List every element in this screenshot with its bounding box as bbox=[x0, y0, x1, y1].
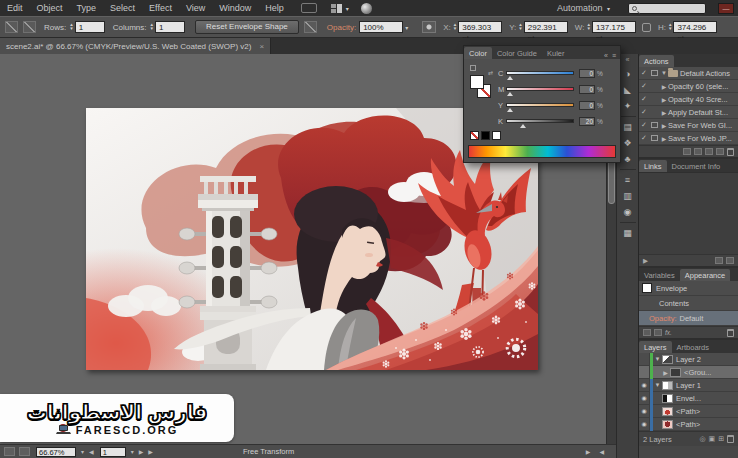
black-swatch[interactable] bbox=[481, 131, 490, 140]
reset-envelope-shape-button[interactable]: Reset Envelope Shape bbox=[195, 20, 299, 34]
gradient-icon[interactable]: ▥ bbox=[620, 189, 636, 203]
last-artboard-icon[interactable]: ▶ bbox=[148, 448, 153, 455]
symbols-icon[interactable]: ✦ bbox=[620, 99, 636, 113]
chevron-right-icon[interactable]: ▶ bbox=[660, 109, 668, 116]
layer-label[interactable]: Layer 1 bbox=[676, 381, 701, 390]
none-swatch[interactable] bbox=[470, 131, 479, 140]
tab-document-info[interactable]: Document Info bbox=[667, 160, 726, 172]
record-icon[interactable] bbox=[694, 148, 702, 155]
visibility-toggle[interactable] bbox=[639, 353, 650, 366]
swatches-icon[interactable]: ▤ bbox=[620, 120, 636, 134]
chevron-right-icon[interactable]: ▶ bbox=[661, 369, 670, 376]
color-spectrum-bar[interactable] bbox=[468, 145, 616, 158]
slider-handle[interactable] bbox=[520, 124, 526, 128]
action-row[interactable]: ✓ ▶ Opacity 60 (sele... bbox=[639, 80, 738, 93]
black-slider[interactable] bbox=[506, 119, 574, 123]
tab-color-guide[interactable]: Color Guide bbox=[492, 47, 542, 59]
chevron-down-icon[interactable]: ▼ bbox=[660, 70, 668, 76]
envelope-warp-icon[interactable] bbox=[5, 21, 18, 33]
collapse-panel-icon[interactable]: « bbox=[604, 52, 608, 59]
action-set-row[interactable]: ✓ ▼ Default Actions bbox=[639, 67, 738, 80]
menu-select[interactable]: Select bbox=[103, 3, 142, 13]
rows-stepper[interactable]: ▲ ▼ bbox=[69, 23, 73, 31]
slider-handle[interactable] bbox=[507, 108, 513, 112]
cyan-slider[interactable] bbox=[506, 71, 574, 75]
tab-links[interactable]: Links bbox=[639, 160, 667, 172]
layer-thumbnail[interactable] bbox=[662, 355, 673, 364]
color-icon[interactable]: ◑ bbox=[620, 67, 636, 81]
search-input[interactable] bbox=[628, 3, 706, 14]
make-mask-icon[interactable]: ◎ bbox=[699, 435, 705, 443]
visibility-toggle[interactable] bbox=[639, 366, 650, 379]
automation-dropdown[interactable]: Automation ▾ bbox=[557, 3, 610, 13]
horizontal-scrollbar[interactable]: ▶ ◀ bbox=[581, 448, 604, 455]
y-field[interactable]: 292.391 pt bbox=[524, 21, 568, 33]
h-field[interactable]: 374.296 pt bbox=[673, 21, 717, 33]
trash-icon[interactable] bbox=[727, 148, 734, 156]
visibility-toggle[interactable]: ◉ bbox=[639, 405, 650, 418]
layer-row[interactable]: ▶ <Grou... bbox=[639, 366, 738, 379]
chevron-down-icon[interactable]: ▾ bbox=[405, 24, 408, 31]
x-stepper[interactable]: ▲ ▼ bbox=[453, 23, 457, 31]
yellow-slider[interactable] bbox=[506, 103, 574, 107]
tab-actions[interactable]: Actions bbox=[639, 55, 674, 67]
expand-panels-icon[interactable]: « bbox=[626, 56, 630, 63]
opacity-link[interactable]: Opacity: bbox=[649, 314, 677, 323]
visibility-toggle[interactable]: ◉ bbox=[639, 379, 650, 392]
opacity-label[interactable]: Opacity: bbox=[327, 23, 356, 32]
columns-stepper[interactable]: ▲ ▼ bbox=[150, 23, 154, 31]
fx-icon[interactable]: fx. bbox=[665, 329, 672, 336]
check-icon[interactable]: ✓ bbox=[641, 82, 651, 90]
dialog-toggle-icon[interactable] bbox=[651, 109, 658, 115]
arrange-documents-icon[interactable] bbox=[4, 447, 15, 456]
chevron-down-icon[interactable]: ▾ bbox=[131, 448, 134, 455]
document-tab[interactable]: scene2.ai* @ 66.67% (CMYK/Preview/U.S. W… bbox=[0, 38, 271, 54]
cyan-value-field[interactable]: 0 bbox=[579, 69, 595, 78]
new-sublayer-icon[interactable]: ▣ bbox=[709, 435, 716, 443]
slider-handle[interactable] bbox=[507, 92, 513, 96]
layer-row[interactable]: ▼ Layer 2 bbox=[639, 353, 738, 366]
workspace-switcher[interactable]: ▾ bbox=[331, 4, 349, 13]
menu-edit[interactable]: Edit bbox=[0, 3, 30, 13]
menu-effect[interactable]: Effect bbox=[142, 3, 179, 13]
layer-thumbnail[interactable] bbox=[662, 407, 673, 416]
dialog-toggle-icon[interactable] bbox=[651, 122, 658, 128]
minimize-button[interactable]: — bbox=[718, 3, 734, 14]
brushes-icon[interactable]: ❖ bbox=[620, 136, 636, 150]
menu-type[interactable]: Type bbox=[70, 3, 104, 13]
rows-field[interactable]: 1 bbox=[75, 21, 105, 33]
tab-variables[interactable]: Variables bbox=[639, 269, 680, 281]
action-row[interactable]: ✓ ▶ Opacity 40 Scre... bbox=[639, 93, 738, 106]
tab-kuler[interactable]: Kuler bbox=[542, 47, 570, 59]
layer-label[interactable]: Envel... bbox=[676, 394, 701, 403]
first-artboard-icon[interactable]: ◀ bbox=[89, 448, 94, 455]
play-icon[interactable] bbox=[705, 148, 713, 155]
update-link-icon[interactable] bbox=[726, 257, 734, 264]
action-row[interactable]: ✓ ▶ Apply Default St... bbox=[639, 106, 738, 119]
fill-color-swatch[interactable] bbox=[470, 75, 484, 89]
visibility-toggle[interactable]: ◉ bbox=[639, 392, 650, 405]
w-field[interactable]: 137.175 pt bbox=[592, 21, 636, 33]
chevron-down-icon[interactable]: ▾ bbox=[81, 448, 84, 455]
black-value-field[interactable]: 20 bbox=[579, 117, 595, 126]
slider-handle[interactable] bbox=[507, 76, 513, 80]
visibility-toggle[interactable]: ◉ bbox=[639, 418, 650, 431]
menu-view[interactable]: View bbox=[179, 3, 212, 13]
tab-layers[interactable]: Layers bbox=[639, 341, 672, 353]
transparency-icon[interactable]: ◉ bbox=[620, 205, 636, 219]
chevron-down-icon[interactable]: ▼ bbox=[653, 382, 662, 388]
appearance-row-contents[interactable]: Contents bbox=[639, 296, 738, 311]
symbol-sprayer-icon[interactable]: ♣ bbox=[620, 152, 636, 166]
action-row[interactable]: ✓ ▶ Save For Web JP... bbox=[639, 132, 738, 145]
bridge-icon[interactable] bbox=[301, 3, 317, 13]
graphic-style-dropdown-icon[interactable] bbox=[422, 21, 436, 33]
swap-colors-icon[interactable]: ⇄ bbox=[488, 69, 493, 76]
menu-object[interactable]: Object bbox=[30, 3, 70, 13]
appearance-row-opacity[interactable]: Opacity: Default bbox=[639, 311, 738, 326]
check-icon[interactable]: ✓ bbox=[641, 95, 651, 103]
tab-artboards[interactable]: Artboards bbox=[672, 341, 715, 353]
close-icon[interactable]: × bbox=[259, 42, 264, 51]
scroll-right-icon[interactable]: ▶ bbox=[586, 448, 591, 455]
magenta-slider[interactable] bbox=[506, 87, 574, 91]
white-swatch[interactable] bbox=[492, 131, 501, 140]
